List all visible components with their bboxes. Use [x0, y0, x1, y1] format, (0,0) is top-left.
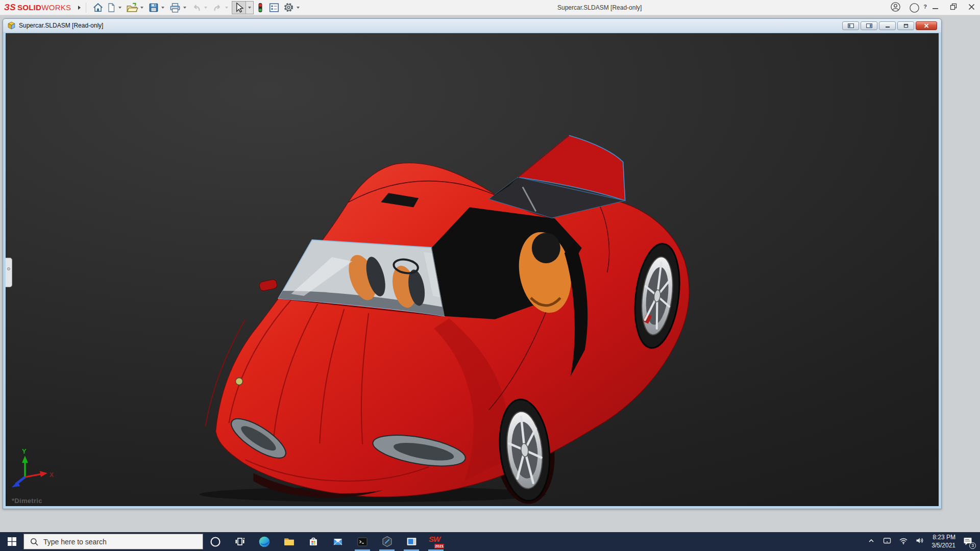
new-document-dropdown[interactable]	[118, 7, 121, 9]
undo-button[interactable]	[190, 1, 210, 14]
file-properties-button[interactable]	[267, 1, 281, 14]
3d-viewport[interactable]: Y X *Dimetric	[6, 33, 939, 506]
search-icon	[30, 538, 38, 546]
window-title: Supercar.SLDASM [Read-only]	[557, 4, 642, 11]
minimize-button[interactable]	[932, 3, 939, 12]
search-placeholder: Type here to search	[43, 538, 107, 546]
tray-tablet-button[interactable]	[883, 536, 892, 547]
taskbar-command-prompt[interactable]	[350, 532, 375, 551]
account-button[interactable]	[890, 2, 901, 14]
volume-icon	[915, 536, 924, 545]
rebuild-button[interactable]	[254, 1, 266, 14]
taskbar-window-app[interactable]	[399, 532, 424, 551]
store-icon	[307, 536, 320, 548]
options-dropdown[interactable]	[297, 7, 300, 9]
tray-date: 3/5/2021	[932, 542, 955, 550]
undo-dropdown[interactable]	[204, 7, 207, 9]
home-icon	[92, 2, 104, 13]
document-title: Supercar.SLDASM [Read-only]	[19, 22, 103, 29]
file-explorer-icon	[283, 535, 296, 548]
taskbar-mail[interactable]	[326, 532, 350, 551]
start-button[interactable]	[0, 532, 23, 551]
featuremanager-collapsed-tab[interactable]	[6, 258, 12, 287]
open-dropdown[interactable]	[140, 7, 143, 9]
document-title-bar[interactable]: Supercar.SLDASM [Read-only]	[3, 19, 941, 32]
menu-flyout-arrow-icon[interactable]	[78, 6, 81, 10]
open-folder-icon	[126, 2, 138, 13]
taskbar-solidworks[interactable]: SW 2021	[424, 532, 448, 551]
brand-works: WORKS	[41, 3, 71, 12]
tray-overflow-button[interactable]	[867, 537, 875, 547]
document-restore-button[interactable]	[897, 21, 914, 30]
tray-network-button[interactable]	[899, 537, 908, 547]
close-button[interactable]	[968, 3, 975, 12]
next-window-button[interactable]	[861, 21, 877, 30]
redo-button[interactable]	[211, 1, 231, 14]
solidworks-app: ЗS SOLIDWORKS	[0, 0, 980, 551]
help-icon	[909, 3, 920, 13]
pane-left-icon	[848, 23, 854, 28]
main-title-bar: ЗS SOLIDWORKS	[0, 0, 980, 15]
undo-icon	[191, 2, 202, 13]
redo-dropdown[interactable]	[225, 7, 228, 9]
solidworks-year: 2021	[434, 544, 444, 548]
taskbar-hexagon-app[interactable]	[375, 532, 399, 551]
wifi-icon	[899, 537, 908, 545]
open-button[interactable]	[125, 1, 146, 14]
notification-badge: 3	[969, 542, 976, 549]
taskbar-clock[interactable]: 8:23 PM 3/5/2021	[932, 534, 955, 549]
restore-icon	[950, 3, 957, 10]
minimize-icon	[932, 4, 939, 10]
save-dropdown[interactable]	[161, 7, 164, 9]
divider	[86, 3, 86, 13]
mdi-area: Supercar.SLDASM [Read-only]	[0, 15, 980, 532]
document-close-button[interactable]	[916, 21, 937, 30]
help-button[interactable]: ?	[909, 3, 920, 13]
tray-time: 8:23 PM	[932, 534, 955, 542]
select-tool-button[interactable]	[232, 1, 254, 14]
close-icon	[968, 4, 975, 10]
dassault-systemes-logo-icon: ЗS	[4, 3, 16, 13]
taskbar-search-box[interactable]: Type here to search	[23, 534, 203, 549]
document-window: Supercar.SLDASM [Read-only]	[3, 18, 942, 509]
cortana-icon	[209, 536, 222, 548]
windows-taskbar: Type here to search SW 2021	[0, 532, 980, 551]
options-button[interactable]	[282, 1, 303, 14]
taskbar-cortana[interactable]	[203, 532, 228, 551]
new-document-button[interactable]	[105, 1, 125, 14]
assembly-icon	[7, 21, 16, 30]
action-center-button[interactable]: 3	[963, 536, 974, 547]
triad-x-label: X	[50, 471, 54, 479]
redo-icon	[212, 2, 223, 13]
rebuild-traffic-icon	[255, 2, 265, 14]
options-gear-icon	[283, 2, 295, 13]
document-minimize-button[interactable]	[879, 21, 896, 30]
taskbar-file-explorer[interactable]	[277, 532, 301, 551]
save-icon	[148, 2, 159, 13]
pane-right-icon	[866, 23, 872, 28]
taskbar-task-view[interactable]	[228, 532, 252, 551]
minimize-icon	[885, 23, 890, 28]
triad-y-label: Y	[22, 447, 27, 455]
taskbar-edge[interactable]	[252, 532, 277, 551]
print-dropdown[interactable]	[183, 7, 186, 9]
expand-pane-icon	[7, 267, 10, 270]
print-icon	[169, 2, 181, 13]
mail-icon	[332, 536, 344, 548]
select-cursor-icon	[232, 2, 246, 14]
command-prompt-icon	[356, 536, 369, 548]
save-button[interactable]	[147, 1, 167, 14]
orientation-triad[interactable]: Y X	[12, 447, 54, 487]
select-tool-dropdown[interactable]	[246, 2, 253, 14]
taskbar-store[interactable]	[301, 532, 326, 551]
hexagon-app-icon	[381, 535, 394, 548]
system-tray: 8:23 PM 3/5/2021 3	[867, 534, 980, 549]
brand-solid: SOLID	[17, 3, 41, 12]
supercar-model: Y X	[6, 33, 939, 506]
home-button[interactable]	[91, 1, 105, 14]
restore-button[interactable]	[950, 3, 957, 12]
tray-volume-button[interactable]	[915, 536, 924, 547]
print-button[interactable]	[168, 1, 189, 14]
previous-window-button[interactable]	[842, 21, 859, 30]
edge-icon	[258, 535, 271, 548]
